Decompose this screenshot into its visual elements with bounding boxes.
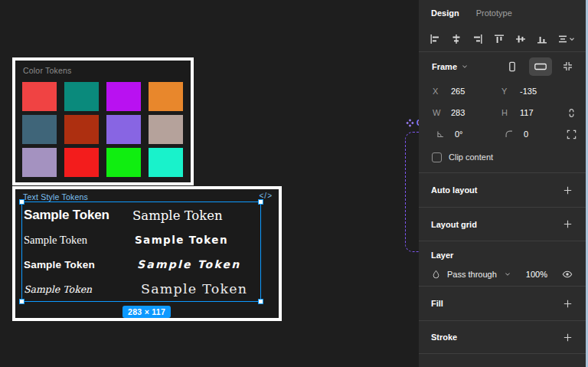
color-swatch-grid (22, 82, 183, 177)
color-swatch-8[interactable] (149, 115, 183, 144)
align-horizontal-centers-icon[interactable] (450, 33, 462, 45)
color-swatch-9[interactable] (22, 148, 57, 177)
transform-row: 0° 0 (419, 123, 586, 145)
rotation-icon (433, 129, 448, 139)
color-swatch-7[interactable] (106, 115, 141, 144)
layer-section: Layer Pass through 100% (419, 241, 586, 286)
layer-blend-row: Pass through 100% (431, 269, 573, 280)
auto-layout-title: Auto layout (431, 185, 478, 195)
layer-title: Layer (431, 251, 573, 260)
tab-design[interactable]: Design (431, 8, 459, 18)
y-label: Y (501, 87, 513, 96)
text-style-tokens-title: Text Style Tokens (23, 192, 88, 202)
align-vertical-centers-icon[interactable] (514, 33, 527, 45)
divider (419, 353, 586, 354)
frame-type-row: Frame (419, 52, 586, 80)
width-label: W (433, 108, 444, 117)
landscape-orientation-button[interactable] (529, 57, 552, 76)
stroke-section: Stroke (419, 321, 586, 353)
width-field[interactable]: W 283 (433, 108, 501, 117)
add-auto-layout-button[interactable] (562, 185, 573, 196)
layout-grid-section: Layout grid (419, 208, 586, 241)
selection-box[interactable]: Sample TokenSample TokenSample TokenSamp… (21, 202, 261, 302)
component-diamond-icon (406, 119, 414, 127)
text-style-sample-5[interactable]: Sample Token (24, 259, 132, 270)
auto-layout-section: Auto layout (419, 173, 586, 207)
independent-corners-icon[interactable] (566, 129, 577, 140)
height-label: H (501, 108, 513, 117)
color-tokens-title: Color Tokens (23, 66, 72, 75)
color-swatch-4[interactable] (149, 82, 183, 111)
color-swatch-6[interactable] (64, 115, 99, 144)
layer-visibility-eye-icon[interactable] (561, 269, 573, 280)
frame-type-dropdown[interactable]: Frame (432, 62, 469, 71)
color-tokens-board[interactable]: Color Tokens (12, 57, 194, 185)
text-style-sample-1[interactable]: Sample Token (24, 208, 132, 223)
color-swatch-1[interactable] (22, 82, 57, 111)
text-style-sample-7[interactable]: Sample Token (24, 283, 132, 295)
component-dashed-outline (405, 132, 419, 252)
portrait-orientation-button[interactable] (501, 57, 524, 76)
blend-droplet-icon (431, 269, 441, 280)
text-style-sample-3[interactable]: Sample Token (24, 234, 132, 247)
clip-content-row: Clip content (419, 145, 586, 169)
frame-type-label: Frame (432, 62, 457, 71)
clip-content-label: Clip content (449, 152, 493, 162)
canvas[interactable]: Color Tokens Text Style Tokens </> Sampl… (0, 0, 419, 367)
tab-prototype[interactable]: Prototype (476, 8, 512, 18)
alignment-toolbar (419, 26, 586, 51)
size-badge: 283 × 117 (122, 306, 171, 318)
size-row: W 283 H 117 (419, 102, 586, 123)
color-swatch-12[interactable] (149, 148, 183, 177)
rotation-value: 0° (455, 129, 463, 139)
chevron-down-icon (460, 62, 469, 71)
y-value: -135 (520, 87, 537, 96)
rotation-field[interactable]: 0° (433, 129, 501, 139)
stroke-title: Stroke (431, 333, 457, 342)
color-swatch-5[interactable] (22, 115, 57, 144)
x-position-field[interactable]: X 265 (433, 87, 501, 96)
text-sample-grid: Sample TokenSample TokenSample TokenSamp… (24, 203, 260, 301)
text-style-sample-4[interactable]: Sample Token (132, 234, 260, 246)
align-top-icon[interactable] (493, 33, 505, 45)
height-field[interactable]: H 117 (501, 108, 566, 117)
fill-title: Fill (431, 299, 443, 308)
clip-content-checkbox[interactable] (432, 152, 442, 162)
corner-radius-field[interactable]: 0 (501, 129, 566, 139)
frame-orientation-group (501, 57, 573, 76)
color-swatch-10[interactable] (64, 148, 99, 177)
text-style-tokens-board[interactable]: Text Style Tokens </> Sample TokenSample… (12, 186, 282, 321)
width-value: 283 (451, 108, 465, 117)
blend-mode-value: Pass through (447, 270, 497, 279)
design-panel: Design Prototype (419, 0, 586, 367)
x-value: 265 (451, 87, 465, 96)
component-label: C (406, 119, 419, 127)
panel-tabs: Design Prototype (419, 0, 586, 26)
color-swatch-11[interactable] (106, 148, 141, 177)
align-bottom-icon[interactable] (536, 33, 548, 45)
add-layout-grid-button[interactable] (562, 218, 573, 230)
constrain-proportions-icon[interactable] (566, 107, 577, 119)
chevron-down-icon (503, 270, 512, 279)
height-value: 117 (520, 108, 534, 117)
color-swatch-3[interactable] (106, 82, 141, 111)
color-swatch-2[interactable] (64, 82, 99, 111)
layout-grid-title: Layout grid (431, 220, 477, 229)
add-fill-button[interactable] (562, 298, 573, 310)
corner-radius-value: 0 (524, 129, 528, 139)
text-style-sample-2[interactable]: Sample Token (132, 208, 260, 223)
text-style-sample-6[interactable]: Sample Token (132, 258, 260, 270)
y-position-field[interactable]: Y -135 (501, 87, 566, 96)
corner-radius-icon (501, 129, 517, 139)
align-right-icon[interactable] (472, 33, 484, 45)
x-label: X (433, 87, 444, 96)
add-stroke-button[interactable] (562, 332, 573, 343)
align-left-icon[interactable] (429, 33, 441, 45)
layer-opacity-field[interactable]: 100% (526, 270, 547, 279)
resize-to-fit-icon[interactable] (562, 61, 573, 72)
fill-section: Fill (419, 287, 586, 320)
figma-window: Color Tokens Text Style Tokens </> Sampl… (0, 0, 588, 367)
blend-mode-dropdown[interactable]: Pass through (431, 269, 526, 280)
tidy-up-dropdown-icon[interactable] (557, 33, 576, 45)
text-style-sample-8[interactable]: Sample Token (132, 281, 260, 297)
